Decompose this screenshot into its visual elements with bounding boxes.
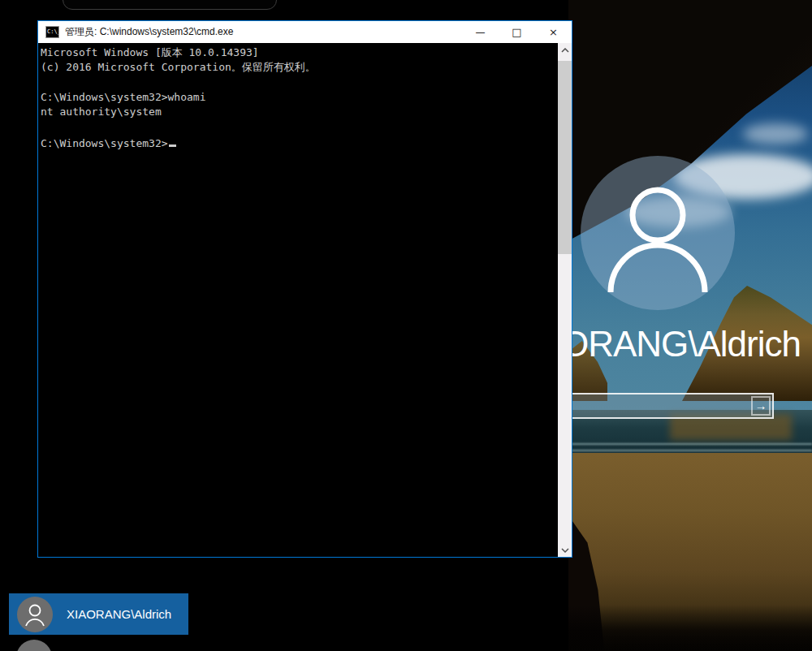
maximize-button[interactable]: □ [499, 21, 535, 43]
top-flyout-remnant [63, 0, 277, 10]
maximize-icon: □ [512, 26, 521, 38]
tile-username: XIAORANG\Aldrich [67, 607, 171, 621]
wave-line [568, 443, 812, 445]
titlebar[interactable]: C:\_ 管理员: C:\windows\system32\cmd.exe — … [38, 21, 572, 43]
tile-avatar [17, 597, 53, 632]
person-icon [24, 602, 46, 627]
right-arrow-icon: → [755, 399, 767, 412]
minimize-button[interactable]: — [462, 21, 499, 43]
cmd-window-icon: C:\_ [45, 26, 59, 38]
scrollbar[interactable] [558, 43, 572, 557]
scroll-thumb[interactable] [558, 61, 572, 254]
wave-line [568, 450, 812, 451]
submit-button[interactable]: → [751, 396, 771, 416]
window-body: Microsoft Windows [版本 10.0.14393] (c) 20… [38, 43, 572, 557]
lock-screen: { "cmd_window": { "title": "管理员: C:\\win… [0, 0, 812, 651]
close-button[interactable]: × [535, 21, 572, 43]
user-avatar-circle [581, 156, 735, 310]
person-icon [581, 156, 735, 310]
chevron-down-icon [561, 548, 569, 553]
console-output[interactable]: Microsoft Windows [版本 10.0.14393] (c) 20… [38, 43, 558, 557]
second-user-avatar[interactable] [16, 640, 52, 651]
console-cursor [169, 135, 176, 147]
close-icon: × [549, 26, 558, 38]
cmd-window: C:\_ 管理员: C:\windows\system32\cmd.exe — … [37, 20, 572, 558]
cloud [743, 123, 808, 144]
user-tile[interactable]: XIAORANG\Aldrich [9, 593, 188, 635]
window-title: 管理员: C:\windows\system32\cmd.exe [65, 25, 462, 39]
chevron-up-icon [561, 48, 569, 53]
scroll-up-button[interactable] [558, 43, 572, 57]
scroll-down-button[interactable] [558, 543, 572, 557]
console-text: Microsoft Windows [版本 10.0.14393] (c) 20… [41, 46, 316, 149]
bottom-shadow [568, 605, 812, 651]
minimize-icon: — [476, 27, 486, 38]
